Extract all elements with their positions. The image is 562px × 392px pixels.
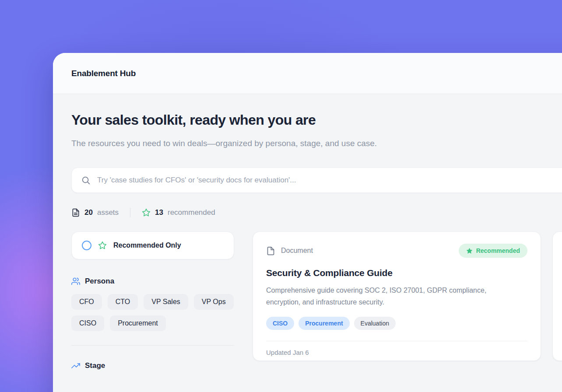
recommended-badge: Recommended (459, 244, 527, 258)
tag-procurement[interactable]: Procurement (299, 317, 349, 330)
persona-chips: CFO CTO VP Sales VP Ops CISO Procurement (71, 294, 234, 331)
recommended-badge-label: Recommended (476, 247, 520, 254)
search-icon (81, 175, 91, 185)
sidebar-divider (71, 345, 234, 346)
page-title: Your sales toolkit, ready when you are (71, 112, 562, 128)
card-updated: Updated Jan 6 (266, 349, 527, 356)
card-description: Comprehensive guide covering SOC 2, ISO … (266, 284, 523, 308)
app-header: Enablement Hub (53, 53, 562, 94)
stage-heading: Stage (71, 361, 234, 370)
file-icon (266, 246, 275, 256)
card-divider (266, 341, 527, 341)
recommended-only-toggle[interactable]: Recommended Only (71, 231, 234, 259)
filters-sidebar: Recommended Only Persona CFO CTO VP Sale… (71, 231, 234, 370)
page-subtitle: The resources you need to win deals—orga… (71, 136, 430, 151)
tag-ciso[interactable]: CISO (266, 317, 294, 330)
asset-cards: Document Recommended Security & Complian… (253, 231, 562, 361)
app-title: Enablement Hub (71, 69, 136, 78)
content-layout: Recommended Only Persona CFO CTO VP Sale… (71, 231, 562, 370)
card-tags: CISO Procurement Evaluation (266, 317, 527, 330)
tag-evaluation[interactable]: Evaluation (354, 317, 396, 330)
star-icon (98, 241, 107, 250)
star-filled-icon (466, 248, 473, 254)
recommended-label: recommended (168, 208, 215, 217)
users-icon (71, 277, 80, 286)
persona-chip-vp-sales[interactable]: VP Sales (144, 294, 188, 310)
assets-stat: 20 assets (71, 208, 119, 217)
assets-label: assets (97, 208, 119, 217)
card-title[interactable]: Security & Compliance Guide (266, 268, 527, 278)
search-input[interactable] (97, 176, 562, 185)
card-type-label: Document (281, 247, 313, 255)
asset-card-partial[interactable] (552, 231, 562, 361)
stage-label: Stage (85, 361, 105, 370)
stats-row: 20 assets 13 recommended (71, 208, 562, 217)
search-bar[interactable] (71, 168, 562, 193)
card-header: Document Recommended (266, 244, 527, 258)
assets-count: 20 (84, 208, 93, 217)
persona-chip-vp-ops[interactable]: VP Ops (194, 294, 234, 310)
recommended-only-label: Recommended Only (113, 242, 181, 249)
trending-up-icon (71, 361, 80, 370)
persona-chip-cto[interactable]: CTO (108, 294, 138, 310)
star-icon (142, 208, 151, 217)
persona-chip-ciso[interactable]: CISO (71, 315, 104, 331)
stats-divider (130, 208, 130, 217)
main-content: Your sales toolkit, ready when you are T… (53, 94, 562, 370)
document-icon (71, 208, 80, 217)
recommended-stat: 13 recommended (142, 208, 215, 217)
persona-label: Persona (85, 277, 114, 286)
card-type: Document (266, 246, 313, 256)
asset-card[interactable]: Document Recommended Security & Complian… (253, 231, 541, 361)
persona-chip-procurement[interactable]: Procurement (110, 315, 166, 331)
persona-heading: Persona (71, 277, 234, 286)
app-window: Enablement Hub Your sales toolkit, ready… (53, 53, 562, 392)
recommended-count: 13 (155, 208, 163, 217)
persona-chip-cfo[interactable]: CFO (71, 294, 102, 310)
radio-circle-icon[interactable] (82, 241, 91, 250)
